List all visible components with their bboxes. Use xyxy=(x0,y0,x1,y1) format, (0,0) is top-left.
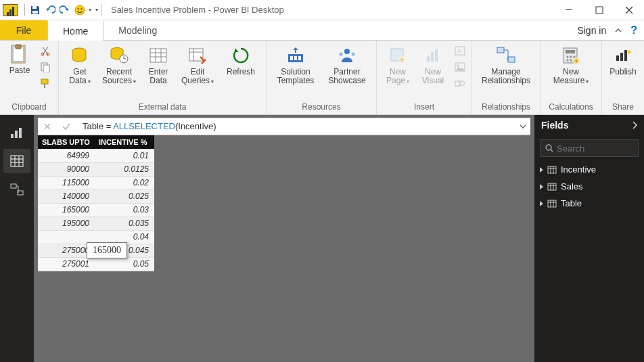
modeling-tab[interactable]: Modeling xyxy=(104,20,172,40)
model-view-button[interactable] xyxy=(3,177,30,202)
data-grid-area: SLABS UPTO INCENTIVE % 649990.01900000.0… xyxy=(34,135,534,362)
smiley-icon[interactable] xyxy=(72,3,87,18)
table-row[interactable]: 900000.0125 xyxy=(38,162,154,176)
formula-bar: Table = ALLSELECTED(Incentive) xyxy=(38,118,530,135)
home-tab[interactable]: Home xyxy=(47,20,104,41)
table-icon xyxy=(547,200,557,208)
formula-commit-icon[interactable] xyxy=(57,118,76,135)
svg-point-45 xyxy=(567,60,569,62)
qat-dropdown[interactable]: ▾ xyxy=(89,7,91,13)
cut-icon[interactable] xyxy=(38,43,53,58)
format-painter-icon[interactable] xyxy=(38,76,53,91)
file-tab[interactable]: File xyxy=(0,20,47,40)
svg-rect-53 xyxy=(19,128,22,138)
table-cell[interactable]: 140000 xyxy=(38,189,95,203)
group-relationships: Manage Relationships Relationships xyxy=(472,41,540,114)
copy-icon[interactable] xyxy=(38,60,53,74)
help-icon[interactable]: ? xyxy=(630,24,637,37)
table-row[interactable]: 2750010.05 xyxy=(38,257,154,271)
table-row[interactable]: 649990.01 xyxy=(38,149,154,162)
svg-point-3 xyxy=(78,8,79,9)
minimize-button[interactable] xyxy=(555,0,584,20)
svg-rect-13 xyxy=(43,65,49,72)
svg-rect-58 xyxy=(548,166,556,173)
expand-icon xyxy=(540,201,543,206)
table-icon xyxy=(547,183,557,191)
table-row[interactable]: 1950000.035 xyxy=(38,217,154,230)
field-table-item[interactable]: Sales xyxy=(534,178,644,195)
collapse-ribbon-icon[interactable] xyxy=(614,26,622,35)
enter-data-button[interactable]: Enter Data xyxy=(141,43,175,87)
expand-icon xyxy=(540,184,543,189)
separator xyxy=(101,4,101,16)
table-cell[interactable]: 195000 xyxy=(38,217,95,230)
svg-rect-48 xyxy=(616,55,619,61)
fields-search-input[interactable] xyxy=(557,143,634,154)
qat-overflow[interactable]: ▾ xyxy=(95,7,98,13)
paste-icon[interactable] xyxy=(9,43,30,65)
table-cell[interactable]: 0.03 xyxy=(95,203,154,217)
table-cell[interactable]: 0.05 xyxy=(95,257,154,271)
table-cell[interactable]: 90000 xyxy=(38,162,95,176)
separator xyxy=(24,4,25,16)
table-cell[interactable]: 64999 xyxy=(38,149,95,162)
table-cell[interactable] xyxy=(38,230,95,244)
partner-showcase-button[interactable]: Partner Showcase xyxy=(322,43,372,87)
table-row[interactable]: 0.04 xyxy=(38,230,154,244)
field-table-item[interactable]: Table xyxy=(534,195,644,212)
edit-queries-button[interactable]: Edit Queries▾ xyxy=(177,43,218,87)
report-view-button[interactable] xyxy=(3,120,30,145)
field-table-item[interactable]: Incentive xyxy=(534,161,644,178)
formula-cancel-icon[interactable] xyxy=(38,118,57,135)
solution-templates-button[interactable]: Solution Templates xyxy=(271,43,321,87)
get-data-button[interactable]: Get Data▾ xyxy=(63,43,97,87)
refresh-button[interactable]: Refresh xyxy=(220,43,262,78)
undo-icon[interactable] xyxy=(43,3,58,18)
formula-expand-icon[interactable] xyxy=(515,123,530,130)
table-row[interactable]: 1400000.025 xyxy=(38,189,154,203)
sign-in-link[interactable]: Sign in xyxy=(577,25,606,36)
svg-text:A: A xyxy=(457,47,461,54)
svg-rect-23 xyxy=(298,56,301,60)
recent-sources-button[interactable]: Recent Sources▾ xyxy=(98,43,140,87)
table-row[interactable]: 1650000.03 xyxy=(38,203,154,217)
group-clipboard: Paste Clipboard xyxy=(0,41,59,114)
table-cell[interactable]: 0.04 xyxy=(95,230,154,244)
new-measure-icon xyxy=(560,45,582,66)
cell-tooltip: 165000 xyxy=(87,242,127,258)
table-cell[interactable]: 0.035 xyxy=(95,217,154,230)
svg-point-25 xyxy=(340,53,343,56)
svg-rect-59 xyxy=(548,183,556,190)
table-cell[interactable]: 165000 xyxy=(38,203,95,217)
table-cell[interactable]: 0.02 xyxy=(95,176,154,189)
fields-search[interactable] xyxy=(540,139,639,157)
table-cell[interactable]: 275001 xyxy=(38,257,95,271)
svg-rect-41 xyxy=(566,50,575,53)
maximize-button[interactable] xyxy=(584,0,614,20)
svg-point-11 xyxy=(47,53,49,55)
field-label: Incentive xyxy=(561,164,596,175)
column-header[interactable]: INCENTIVE % xyxy=(95,135,154,149)
table-row[interactable]: 1150000.02 xyxy=(38,176,154,189)
table-cell[interactable]: 0.025 xyxy=(95,189,154,203)
paste-label[interactable]: Paste xyxy=(9,66,30,75)
table-cell[interactable]: 0.0125 xyxy=(95,162,154,176)
recent-sources-icon xyxy=(108,45,130,66)
new-measure-button[interactable]: New Measure▾ xyxy=(545,43,597,87)
redo-icon[interactable] xyxy=(58,3,72,18)
formula-input[interactable]: Table = ALLSELECTED(Incentive) xyxy=(76,121,515,131)
data-view-button[interactable] xyxy=(3,149,30,173)
manage-relationships-icon xyxy=(495,45,517,66)
manage-relationships-button[interactable]: Manage Relationships xyxy=(476,43,536,87)
table-cell[interactable]: 0.01 xyxy=(95,149,154,162)
column-header[interactable]: SLABS UPTO xyxy=(38,135,95,149)
svg-rect-60 xyxy=(548,200,556,207)
enter-data-icon xyxy=(147,45,169,66)
publish-button[interactable]: Publish xyxy=(606,43,640,78)
fields-pane-header[interactable]: Fields xyxy=(534,115,644,135)
svg-rect-21 xyxy=(290,56,293,60)
close-button[interactable] xyxy=(614,0,644,20)
canvas: Table = ALLSELECTED(Incentive) SLABS UPT… xyxy=(34,115,534,362)
table-cell[interactable]: 115000 xyxy=(38,176,95,189)
save-icon[interactable] xyxy=(28,3,43,18)
